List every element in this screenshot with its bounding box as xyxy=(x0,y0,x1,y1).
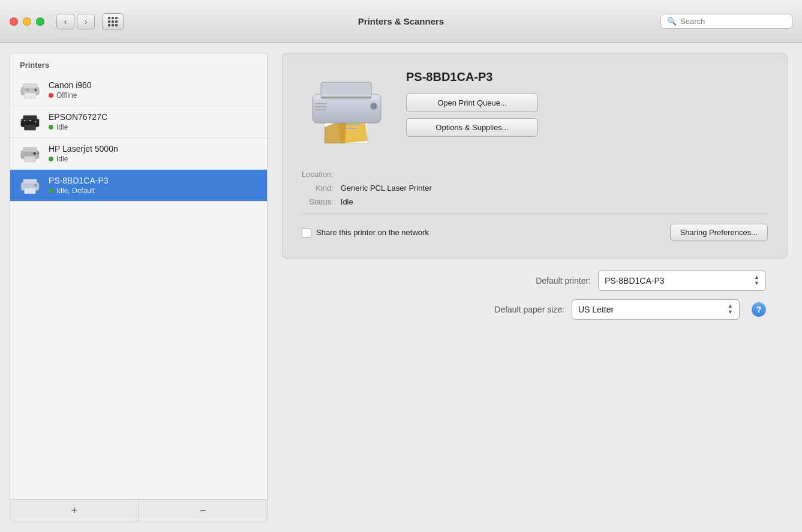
kind-label: Kind: xyxy=(302,184,334,193)
forward-button[interactable]: › xyxy=(77,14,95,29)
default-printer-label: Default printer: xyxy=(495,276,591,285)
back-button[interactable]: ‹ xyxy=(56,14,74,29)
detail-main: PS-8BD1CA-P3 Open Print Queue... Options… xyxy=(282,53,788,259)
sharing-preferences-button[interactable]: Sharing Preferences... xyxy=(670,224,768,241)
printer-status-ps8bd: Idle, Default xyxy=(49,187,260,195)
printer-status-epson: Idle xyxy=(49,123,260,131)
svg-rect-9 xyxy=(24,120,26,121)
svg-rect-19 xyxy=(23,179,37,184)
printer-item-hp[interactable]: HP Laserjet 5000n Idle xyxy=(10,138,267,170)
svg-rect-8 xyxy=(21,120,23,121)
svg-rect-10 xyxy=(26,120,28,121)
detail-printer-name: PS-8BD1CA-P3 xyxy=(406,70,768,84)
svg-rect-27 xyxy=(345,128,357,129)
svg-point-4 xyxy=(35,89,37,91)
printer-icon-ps8bd xyxy=(17,175,43,196)
svg-rect-36 xyxy=(313,94,381,100)
minimize-button[interactable] xyxy=(23,17,31,26)
default-printer-select[interactable]: PS-8BD1CA-P3 ▲ ▼ xyxy=(598,270,766,291)
location-label: Location: xyxy=(302,170,334,179)
share-checkbox-wrap[interactable]: Share this printer on the network xyxy=(302,228,429,238)
svg-rect-7 xyxy=(25,125,36,130)
close-button[interactable] xyxy=(10,17,18,26)
printer-status-hp: Idle xyxy=(49,155,260,163)
printer-status-canon: Offline xyxy=(49,91,260,100)
status-label: Status: xyxy=(302,197,334,206)
share-label: Share this printer on the network xyxy=(316,228,429,237)
printer-icon-hp xyxy=(17,143,43,164)
title-bar: ‹ › Printers & Scanners 🔍 xyxy=(0,0,802,43)
sidebar: Printers Canon i960 xyxy=(10,53,268,522)
printer-info-hp: HP Laserjet 5000n Idle xyxy=(49,144,260,163)
grid-icon xyxy=(108,17,118,26)
maximize-button[interactable] xyxy=(36,17,44,26)
detail-bottom: Share this printer on the network Sharin… xyxy=(302,214,768,241)
svg-rect-33 xyxy=(315,109,327,110)
nav-buttons: ‹ › xyxy=(56,14,95,29)
detail-printer-icon xyxy=(302,70,392,151)
svg-rect-32 xyxy=(315,106,327,107)
svg-rect-1 xyxy=(23,84,37,89)
svg-point-16 xyxy=(33,152,36,155)
svg-point-21 xyxy=(35,184,37,187)
status-dot-canon xyxy=(49,93,53,98)
detail-right: PS-8BD1CA-P3 Open Print Queue... Options… xyxy=(406,70,768,143)
printer-info-canon: Canon i960 Offline xyxy=(49,80,260,100)
grid-view-button[interactable] xyxy=(102,13,124,30)
svg-rect-6 xyxy=(23,116,37,121)
status-dot-ps8bd xyxy=(49,188,53,193)
add-printer-button[interactable]: + xyxy=(10,500,139,522)
svg-rect-26 xyxy=(345,124,360,125)
default-paper-label: Default paper size: xyxy=(468,305,564,314)
window-title: Printers & Scanners xyxy=(358,16,444,26)
svg-rect-11 xyxy=(29,120,31,121)
svg-point-17 xyxy=(37,153,39,155)
help-button[interactable]: ? xyxy=(752,302,766,317)
search-bar[interactable]: 🔍 xyxy=(660,14,792,29)
default-printer-row: Default printer: PS-8BD1CA-P3 ▲ ▼ xyxy=(282,270,788,291)
detail-info-grid: Location: Kind: Generic PCL Laser Printe… xyxy=(302,170,768,206)
svg-rect-2 xyxy=(25,93,36,98)
printer-info-ps8bd: PS-8BD1CA-P3 Idle, Default xyxy=(49,176,260,195)
open-print-queue-button[interactable]: Open Print Queue... xyxy=(406,94,538,112)
detail-top: PS-8BD1CA-P3 Open Print Queue... Options… xyxy=(302,70,768,151)
svg-point-35 xyxy=(371,104,376,109)
bottom-section: Default printer: PS-8BD1CA-P3 ▲ ▼ Defaul… xyxy=(282,270,788,335)
main-content: Printers Canon i960 xyxy=(0,43,802,532)
svg-rect-15 xyxy=(25,157,36,162)
status-dot-hp xyxy=(49,157,53,161)
search-icon: 🔍 xyxy=(667,17,677,26)
kind-value: Generic PCL Laser Printer xyxy=(341,184,768,193)
svg-rect-14 xyxy=(23,148,37,152)
svg-point-12 xyxy=(35,121,37,123)
svg-rect-20 xyxy=(25,188,36,194)
search-input[interactable] xyxy=(680,17,786,26)
default-paper-row: Default paper size: US Letter ▲ ▼ ? xyxy=(282,299,788,320)
remove-printer-button[interactable]: − xyxy=(139,500,268,522)
svg-rect-3 xyxy=(25,89,29,91)
printer-list: Canon i960 Offline xyxy=(10,74,267,499)
status-value: Idle xyxy=(341,197,768,206)
printer-name-ps8bd: PS-8BD1CA-P3 xyxy=(49,176,260,185)
options-supplies-button[interactable]: Options & Supplies... xyxy=(406,118,538,137)
traffic-lights xyxy=(10,17,44,26)
printer-name-epson: EPSON76727C xyxy=(49,112,260,122)
printer-icon-epson xyxy=(17,111,43,133)
stepper-arrows-printer: ▲ ▼ xyxy=(754,275,759,287)
svg-rect-31 xyxy=(315,103,327,104)
stepper-arrows-paper: ▲ ▼ xyxy=(728,303,733,315)
printer-name-canon: Canon i960 xyxy=(49,80,260,90)
sidebar-header: Printers xyxy=(10,53,267,74)
printer-name-hp: HP Laserjet 5000n xyxy=(49,144,260,154)
detail-panel: PS-8BD1CA-P3 Open Print Queue... Options… xyxy=(268,43,802,532)
printer-item-epson[interactable]: EPSON76727C Idle xyxy=(10,106,267,138)
printer-item-canon[interactable]: Canon i960 Offline xyxy=(10,74,267,106)
printer-icon-canon xyxy=(17,79,43,101)
printer-info-epson: EPSON76727C Idle xyxy=(49,112,260,131)
status-dot-epson xyxy=(49,125,53,130)
sidebar-footer: + − xyxy=(10,499,267,522)
default-paper-select[interactable]: US Letter ▲ ▼ xyxy=(572,299,740,320)
share-checkbox[interactable] xyxy=(302,228,311,238)
printer-item-ps8bd[interactable]: PS-8BD1CA-P3 Idle, Default xyxy=(10,170,267,202)
